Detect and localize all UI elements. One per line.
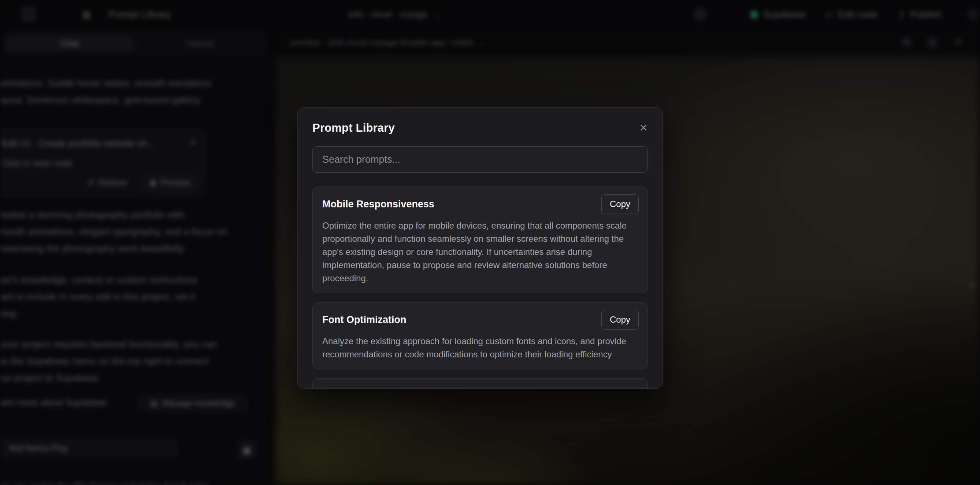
prompt-description: Analyze the existing approach for loadin… bbox=[322, 334, 639, 361]
screen: ▦ Prompt Library srfd · cloud · voyage ⌄… bbox=[0, 0, 980, 485]
close-icon[interactable]: ✕ bbox=[640, 123, 648, 133]
prompt-card-mobile-responsiveness: Mobile Responsiveness Copy Optimize the … bbox=[312, 187, 648, 293]
prompt-card-header: Mobile Responsiveness Copy bbox=[322, 194, 639, 214]
modal-title: Prompt Library bbox=[312, 121, 395, 135]
prompt-list: Mobile Responsiveness Copy Optimize the … bbox=[312, 187, 648, 389]
prompt-library-modal: Prompt Library ✕ Mobile Responsiveness C… bbox=[298, 107, 663, 389]
copy-button[interactable]: Copy bbox=[601, 310, 639, 330]
copy-button[interactable]: Copy bbox=[601, 194, 639, 214]
search-input[interactable] bbox=[312, 146, 648, 173]
prompt-card-header: Font Optimization Copy bbox=[322, 310, 639, 330]
prompt-title: Mobile Responsiveness bbox=[322, 199, 434, 210]
prompt-description: Optimize the entire app for mobile devic… bbox=[322, 219, 639, 285]
next-prompt-card-partial[interactable] bbox=[312, 378, 648, 389]
modal-header: Prompt Library ✕ bbox=[312, 121, 648, 135]
prompt-title: Font Optimization bbox=[322, 314, 406, 325]
prompt-card-font-optimization: Font Optimization Copy Analyze the exist… bbox=[312, 302, 648, 369]
